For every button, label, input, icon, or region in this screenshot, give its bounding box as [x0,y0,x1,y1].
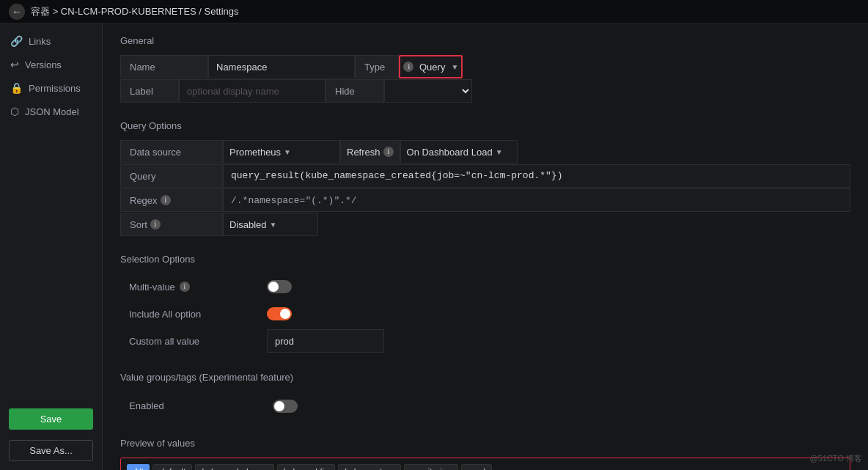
regex-row: Regex ℹ [120,188,850,212]
enabled-label: Enabled [120,394,267,417]
general-form: Name Type ℹ Query ▼ Label Hide Variable … [120,55,850,103]
multivalue-toggle[interactable] [267,280,292,293]
preview-tag[interactable]: kube-public [277,464,335,470]
custom-all-input[interactable] [267,329,384,353]
type-value: Query [416,62,448,73]
label-label: Label [120,79,179,103]
permissions-icon: 🔒 [10,82,23,94]
value-groups-title: Value groups/tags (Experimental feature) [120,372,850,383]
preview-tag[interactable]: All [127,464,150,470]
query-options-title: Query Options [120,120,850,131]
datasource-row: Data source Prometheus ▼ Refresh ℹ On Da… [120,140,850,164]
sidebar-item-json-model[interactable]: ⬡ JSON Model [0,100,102,123]
sidebar-item-versions[interactable]: ↩ Versions [0,53,102,76]
query-options-section: Query Options Data source Prometheus ▼ R… [120,120,850,236]
sidebar-item-label: Permissions [29,83,81,94]
query-textarea[interactable]: query_result(kube_namespace_created{job=… [223,164,850,188]
preview-tag[interactable]: kube-node-lease [195,464,273,470]
general-title: General [120,35,850,46]
selection-options-section: Selection Options Multi-value ℹ Include … [120,254,850,354]
multivalue-row: Multi-value ℹ [120,273,850,300]
sort-select[interactable]: Disabled ▼ [223,213,318,236]
name-label: Name [120,55,208,78]
multivalue-info-icon[interactable]: ℹ [180,282,190,292]
refresh-info-icon[interactable]: ℹ [383,147,394,157]
selection-title: Selection Options [120,254,850,265]
preview-title: Preview of values [120,438,850,449]
refresh-value: On Dashboard Load [407,147,493,158]
value-groups-section: Value groups/tags (Experimental feature)… [120,372,850,420]
toggle-knob [268,282,279,292]
multivalue-label: Multi-value ℹ [120,276,267,298]
preview-tag[interactable]: monitoring [404,464,458,470]
preview-tag[interactable]: kube-system [338,464,401,470]
sidebar-item-label: Versions [25,59,62,70]
refresh-chevron: ▼ [496,148,503,156]
custom-all-label: Custom all value [120,330,267,353]
enabled-knob [274,401,284,411]
refresh-select-wrapper[interactable]: Refresh ℹ [340,140,400,164]
sidebar-item-label: Links [29,36,51,47]
preview-section: Preview of values Alldefaultkube-node-le… [120,438,850,470]
regex-label: Regex ℹ [120,188,223,212]
type-select-wrapper[interactable]: ℹ Query ▼ [399,55,463,78]
topbar: ← 容器 > CN-LCM-PROD-KUBERNETES / Settings [0,0,868,23]
back-icon: ← [12,6,22,18]
label-input[interactable] [179,79,326,103]
query-row: Query query_result(kube_namespace_create… [120,164,850,188]
sort-info-icon[interactable]: ℹ [150,219,161,230]
general-section: General Name Type ℹ Query ▼ Label Hide [120,35,850,103]
sidebar: {·} Variables 🔗 Links ↩ Versions 🔒 Permi… [0,0,103,470]
watermark: @51CTO 博客 [810,453,862,464]
enabled-toggle[interactable] [273,400,298,413]
type-info-icon[interactable]: ℹ [403,62,413,72]
sidebar-item-label: JSON Model [25,106,79,117]
sort-label: Sort ℹ [120,213,223,236]
hide-select[interactable]: Variable Dashboard [384,79,472,103]
chevron-down-icon: ▼ [451,63,458,71]
sort-chevron: ▼ [270,221,277,229]
breadcrumb: 容器 > CN-LCM-PROD-KUBERNETES / Settings [31,5,239,18]
main-content: General Name Type ℹ Query ▼ Label Hide [103,23,868,470]
include-all-knob [280,309,290,319]
refresh-label: Refresh [347,147,380,158]
label-hide-row: Label Hide Variable Dashboard [120,79,850,103]
include-all-toggle[interactable] [267,307,292,320]
enabled-row: Enabled [120,392,850,420]
type-label: Type [355,55,399,78]
datasource-chevron: ▼ [284,148,291,156]
preview-tag[interactable]: prod [461,464,492,470]
datasource-value: Prometheus [229,147,281,158]
name-type-row: Name Type ℹ Query ▼ [120,55,850,78]
regex-info-icon[interactable]: ℹ [161,195,171,205]
json-model-icon: ⬡ [10,106,19,117]
custom-all-row: Custom all value [120,328,850,354]
query-options-form: Data source Prometheus ▼ Refresh ℹ On Da… [120,140,850,236]
include-all-row: Include All option [120,301,850,327]
on-dashboard-load-select[interactable]: On Dashboard Load ▼ [400,140,518,164]
versions-icon: ↩ [10,59,19,70]
query-label: Query [120,164,223,188]
save-as-button[interactable]: Save As... [9,440,93,461]
back-button[interactable]: ← [9,4,25,20]
include-all-label: Include All option [120,303,267,326]
sort-value: Disabled [229,219,267,230]
datasource-label: Data source [120,140,223,164]
regex-input[interactable] [223,188,850,212]
datasource-select[interactable]: Prometheus ▼ [223,140,340,164]
sidebar-item-permissions[interactable]: 🔒 Permissions [0,76,102,100]
hide-label: Hide [326,79,384,103]
sidebar-item-links[interactable]: 🔗 Links [0,29,102,53]
save-button[interactable]: Save [9,408,93,430]
sort-row: Sort ℹ Disabled ▼ [120,213,850,236]
name-input[interactable] [208,55,355,78]
preview-tag[interactable]: default [152,464,192,470]
links-icon: 🔗 [10,35,23,47]
preview-values-container: Alldefaultkube-node-leasekube-publickube… [120,458,850,470]
